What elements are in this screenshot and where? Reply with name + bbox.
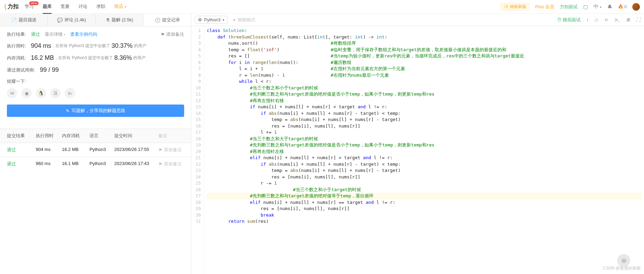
flag-icon: ⚑ <box>158 162 162 167</box>
douban-icon[interactable]: 豆 <box>50 88 61 98</box>
history-icon: 🕘 <box>155 18 160 23</box>
avatar[interactable] <box>632 3 640 11</box>
logo-icon: ⟨ <box>4 3 7 11</box>
cases-label: 通过测试用例: <box>7 67 35 73</box>
code-body[interactable]: class Solution: def threeSumClosest(self… <box>204 26 644 274</box>
logo[interactable]: ⟨ 力扣 <box>4 3 19 11</box>
interview-link[interactable]: 力扣面试 <box>560 4 578 10</box>
phone-icon[interactable]: ▢ <box>583 4 588 10</box>
mock-interview-link[interactable]: ⏱模拟面试 <box>557 17 581 23</box>
runtime-value: 904 ms <box>31 42 51 50</box>
row-result[interactable]: 通过 <box>7 147 36 153</box>
show-detail-link[interactable]: 显示详情 › <box>45 31 65 37</box>
qq-icon[interactable]: 🐧 <box>36 88 46 98</box>
pencil-icon: ✎ <box>66 108 70 113</box>
nav-problems[interactable]: 题库 <box>43 0 52 14</box>
memory-percent: 8.36% <box>114 54 132 62</box>
row-mem: 16.2 MB <box>62 147 89 153</box>
new-badge: NEW <box>29 1 39 5</box>
flask-icon: ⚗ <box>106 18 110 23</box>
bookmark-icon[interactable]: ◇ <box>594 17 598 23</box>
example-code-link[interactable]: 查看示例代码 <box>70 31 97 37</box>
tab-comments[interactable]: 💬评论 (1.4k) <box>48 14 96 26</box>
weibo-icon[interactable]: ◉ <box>21 88 32 98</box>
info-icon[interactable]: i <box>587 17 588 23</box>
language-select[interactable]: ⚙ Python3 ▾ <box>195 16 228 24</box>
share-icons: ✉ ◉ 🐧 豆 in <box>7 88 184 98</box>
row-mem: 16.1 MB <box>62 161 89 167</box>
console-icon[interactable]: ≻_ <box>614 17 620 23</box>
code-toolbar: ⚙ Python3 ▾ ●智能模式 ⏱模拟面试 i ◇ ↻ ≻_ ⊞ ⛶ <box>191 14 644 26</box>
language-switch[interactable]: 中 <box>593 3 602 10</box>
line-gutter: 1234567891011121314151617181920212223242… <box>191 26 204 274</box>
nav-contest[interactable]: 竞赛 <box>61 0 70 14</box>
left-panel: 📄题目描述 💬评论 (1.4k) ⚗题解 (2.5k) 🕘提交记录 执行结果: … <box>0 14 191 274</box>
smart-mode[interactable]: ●智能模式 <box>233 17 255 23</box>
layout-icon[interactable]: ⊞ <box>626 17 630 23</box>
row-note[interactable]: ⚑ 添加备注 <box>158 147 184 153</box>
tab-submissions[interactable]: 🕘提交记录 <box>144 14 191 26</box>
tab-solutions[interactable]: ⚗题解 (2.5k) <box>96 14 144 26</box>
logo-text: 力扣 <box>8 3 19 10</box>
nav-discuss[interactable]: 讨论 <box>78 0 87 14</box>
tab-description[interactable]: 📄题目描述 <box>0 14 48 26</box>
new-version-button[interactable]: ✨ 体验新版 <box>500 2 530 11</box>
chevron-down-icon: ▾ <box>223 18 224 22</box>
bell-icon[interactable]: 🔔︎ <box>607 4 612 10</box>
nav-items: 学习NEW 题库 竞赛 讨论 求职 商店 <box>25 0 126 14</box>
row-lang: Python3 <box>89 161 114 167</box>
memory-value: 16.2 MB <box>31 54 54 62</box>
runtime-suffix: 的用户 <box>134 43 146 49</box>
share-label: 炫耀一下: <box>7 78 184 85</box>
col-time: 执行用时 <box>36 133 62 139</box>
linkedin-icon[interactable]: in <box>65 88 75 98</box>
memory-suffix: 的用户 <box>133 55 146 61</box>
nav-right: ✨ 体验新版 Plus 会员 力扣面试 ▢ 中 🔔︎ 🔥0 <box>500 2 640 11</box>
row-time: 960 ms <box>36 161 62 167</box>
flag-icon: ⚑ <box>161 32 165 37</box>
col-note: 备注 <box>158 133 184 139</box>
cases-value: 99 / 99 <box>40 66 59 74</box>
main: 📄题目描述 💬评论 (1.4k) ⚗题解 (2.5k) 🕘提交记录 执行结果: … <box>0 14 644 274</box>
col-date: 提交时间 <box>114 133 158 139</box>
reset-icon[interactable]: ↻ <box>604 17 608 23</box>
plus-link[interactable]: Plus 会员 <box>535 4 554 10</box>
pass-status: 通过 <box>31 31 40 37</box>
description-icon: 📄 <box>11 18 17 23</box>
write-solution-button[interactable]: ✎写题解，分享我的解题思路 <box>7 105 184 117</box>
col-result: 提交结果 <box>7 133 36 139</box>
timer-icon: ⏱ <box>557 17 561 22</box>
row-lang: Python3 <box>89 147 114 153</box>
history-header: 提交结果 执行用时 内存消耗 语言 提交时间 备注 <box>0 129 191 143</box>
add-note-link[interactable]: ⚑添加备注 <box>161 31 184 37</box>
table-row[interactable]: 通过904 ms16.2 MBPython32023/06/26 17:55⚑ … <box>0 143 191 157</box>
flag-icon: ⚑ <box>158 147 162 153</box>
nav-jobs[interactable]: 求职 <box>96 0 105 14</box>
nav-learn[interactable]: 学习NEW <box>25 0 34 14</box>
row-date: 2023/06/26 17:55 <box>114 147 158 153</box>
memory-text: , 在所有 Python3 提交中击败了 <box>56 55 113 61</box>
nav-store[interactable]: 商店 <box>114 0 126 14</box>
right-panel: ⚙ Python3 ▾ ●智能模式 ⏱模拟面试 i ◇ ↻ ≻_ ⊞ ⛶ 123… <box>191 14 644 274</box>
row-time: 904 ms <box>36 147 62 153</box>
code-editor[interactable]: 1234567891011121314151617181920212223242… <box>191 26 644 274</box>
watermark: CSDN @鱼塘的鱼呢 <box>603 265 641 271</box>
result-label: 执行结果: <box>7 31 26 37</box>
fullscreen-icon[interactable]: ⛶ <box>636 17 641 23</box>
runtime-text: , 在所有 Python3 提交中击败了 <box>53 43 110 49</box>
fire-icon: 🔥 <box>618 4 623 9</box>
left-tabs: 📄题目描述 💬评论 (1.4k) ⚗题解 (2.5k) 🕘提交记录 <box>0 14 191 26</box>
gear-icon: ⚙ <box>198 17 202 22</box>
fire-counter[interactable]: 🔥0 <box>618 4 627 9</box>
wechat-icon[interactable]: ✉ <box>7 88 17 98</box>
row-result[interactable]: 通过 <box>7 161 36 167</box>
history-table: 提交结果 执行用时 内存消耗 语言 提交时间 备注 通过904 ms16.2 M… <box>0 129 191 171</box>
col-mem: 内存消耗 <box>62 133 89 139</box>
table-row[interactable]: 通过960 ms16.1 MBPython32023/06/26 17:43⚑ … <box>0 157 191 171</box>
toolbar-right: ⏱模拟面试 i ◇ ↻ ≻_ ⊞ ⛶ <box>557 17 641 23</box>
runtime-percent: 30.37% <box>112 42 133 50</box>
top-nav: ⟨ 力扣 学习NEW 题库 竞赛 讨论 求职 商店 ✨ 体验新版 Plus 会员… <box>0 0 644 14</box>
runtime-label: 执行用时: <box>7 43 26 49</box>
row-note[interactable]: ⚑ 添加备注 <box>158 161 184 167</box>
memory-label: 内存消耗: <box>7 55 26 61</box>
